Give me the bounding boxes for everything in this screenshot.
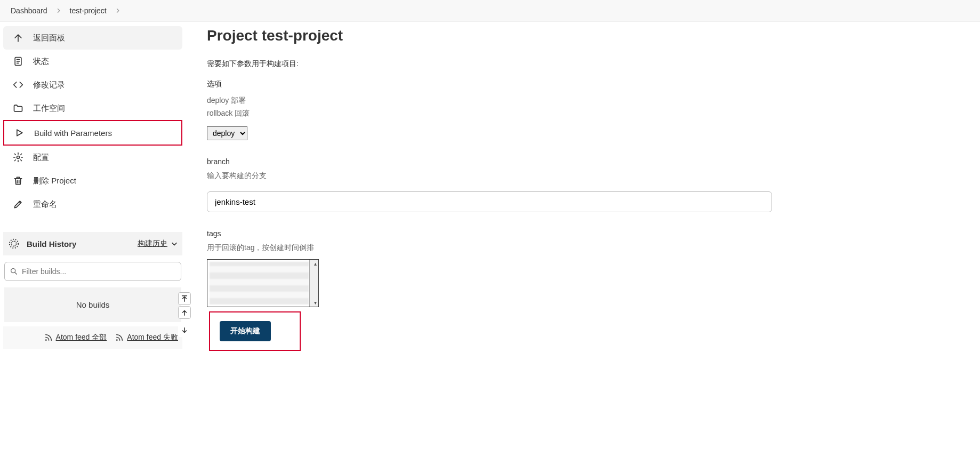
sidebar-item-delete[interactable]: 删除 Project <box>3 169 182 193</box>
build-history-title: Build History <box>27 239 131 248</box>
param-branch-label: branch <box>207 157 959 166</box>
scrollbar-up-icon[interactable]: ▴ <box>314 261 317 267</box>
breadcrumb-item-project[interactable]: test-project <box>66 4 111 17</box>
param-tags-help: 用于回滚的tag，按创建时间倒排 <box>207 243 959 253</box>
chevron-right-icon <box>115 6 121 15</box>
feed-label: Atom feed 失败 <box>127 333 178 342</box>
param-branch-section: branch 输入要构建的分支 <box>207 157 959 212</box>
sidebar-item-workspace[interactable]: 工作空间 <box>3 97 182 120</box>
start-build-button[interactable]: 开始构建 <box>220 321 271 341</box>
svg-point-1 <box>17 156 20 159</box>
sidebar-item-back[interactable]: 返回面板 <box>3 26 182 50</box>
sidebar-item-build-with-parameters[interactable]: Build with Parameters <box>3 120 182 146</box>
trash-icon <box>13 175 23 186</box>
atom-feed-all-link[interactable]: Atom feed 全部 <box>44 333 107 342</box>
sidebar-item-rename[interactable]: 重命名 <box>3 193 182 216</box>
reorder-down-button[interactable] <box>178 324 191 337</box>
param-branch-input[interactable] <box>207 191 772 212</box>
arrow-up-icon <box>13 33 23 43</box>
param-option-desc-2: rollback 回滚 <box>207 107 959 120</box>
breadcrumb-item-dashboard[interactable]: Dashboard <box>6 4 52 17</box>
build-history-toggle-label: 构建历史 <box>138 239 167 248</box>
search-icon <box>10 267 18 276</box>
reorder-top-button[interactable] <box>178 292 191 305</box>
sidebar-item-changes[interactable]: 修改记录 <box>3 73 182 97</box>
param-option-desc-1: deploy 部署 <box>207 94 959 107</box>
param-tags-listbox[interactable]: ▴ ▾ <box>207 259 319 307</box>
rss-icon <box>44 333 53 342</box>
scrollbar-down-icon[interactable]: ▾ <box>314 300 317 306</box>
chevron-right-icon <box>56 6 61 15</box>
build-history-toggle[interactable]: 构建历史 <box>138 239 178 248</box>
folder-icon <box>13 103 23 114</box>
code-icon <box>13 79 23 90</box>
play-icon <box>14 127 25 138</box>
svg-point-6 <box>116 339 118 341</box>
param-option-select[interactable]: deploy <box>207 126 247 140</box>
sidebar: 返回面板 状态 修改记录 工作空间 Build with Parameters <box>0 22 186 372</box>
reorder-up-button[interactable] <box>178 306 191 319</box>
svg-point-3 <box>10 239 19 248</box>
breadcrumb: Dashboard test-project <box>0 0 980 22</box>
sidebar-item-label: Build with Parameters <box>34 129 112 138</box>
rss-icon <box>115 333 124 342</box>
build-history-header: Build History 构建历史 <box>3 232 182 255</box>
sidebar-item-label: 配置 <box>33 153 49 163</box>
feed-label: Atom feed 全部 <box>56 333 107 342</box>
sidebar-item-label: 状态 <box>33 57 49 67</box>
sidebar-item-label: 重命名 <box>33 199 57 210</box>
document-icon <box>13 56 23 67</box>
svg-point-5 <box>45 339 47 341</box>
svg-point-2 <box>11 241 16 246</box>
filter-builds-input[interactable] <box>4 262 181 281</box>
sidebar-item-status[interactable]: 状态 <box>3 50 182 73</box>
pencil-icon <box>13 199 23 210</box>
chevron-down-icon <box>171 240 178 247</box>
page-description: 需要如下参数用于构建项目: <box>207 59 959 69</box>
no-builds-message: No builds <box>4 287 181 322</box>
sidebar-item-label: 返回面板 <box>33 33 65 43</box>
page-title: Project test-project <box>207 27 959 44</box>
main-content: Project test-project 需要如下参数用于构建项目: 选项 de… <box>186 22 980 372</box>
param-tags-section: tags 用于回滚的tag，按创建时间倒排 ▴ ▾ <box>207 229 959 351</box>
sidebar-item-label: 工作空间 <box>33 103 65 114</box>
sidebar-item-configure[interactable]: 配置 <box>3 146 182 169</box>
build-history-icon <box>7 237 20 250</box>
gear-icon <box>13 152 23 163</box>
svg-point-4 <box>11 269 15 273</box>
param-option-section: 选项 deploy 部署 rollback 回滚 deploy <box>207 79 959 140</box>
filter-builds-wrap <box>4 262 181 281</box>
feed-links: Atom feed 全部 Atom feed 失败 <box>3 326 182 349</box>
build-button-highlight: 开始构建 <box>209 311 301 351</box>
atom-feed-fail-link[interactable]: Atom feed 失败 <box>115 333 178 342</box>
tags-blurred-content <box>210 262 309 304</box>
param-tags-label: tags <box>207 229 959 238</box>
param-option-label: 选项 <box>207 79 959 89</box>
sidebar-item-label: 修改记录 <box>33 80 65 90</box>
param-branch-help: 输入要构建的分支 <box>207 171 959 181</box>
sidebar-item-label: 删除 Project <box>33 176 76 186</box>
